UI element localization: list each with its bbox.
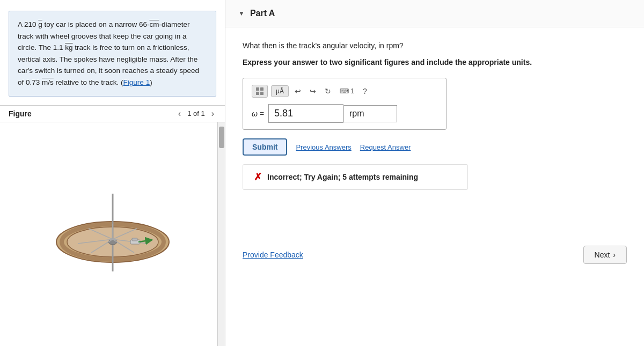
- next-chevron-icon: ›: [613, 251, 616, 259]
- symbols-label: μÅ: [276, 87, 284, 95]
- keyboard-button[interactable]: ⌨ 1: [337, 86, 357, 96]
- figure-area: [0, 122, 225, 346]
- scrollbar-thumb: [219, 127, 224, 148]
- instruction-text: Express your answer to two significant f…: [243, 57, 627, 68]
- previous-answers-button[interactable]: Previous Answers: [296, 143, 351, 151]
- svg-rect-15: [256, 87, 259, 91]
- toolbar: μÅ ↩ ↪ ↻ ⌨ 1 ?: [252, 85, 437, 98]
- right-panel: ▼ Part A What then is the track's angula…: [225, 0, 644, 346]
- redo-button[interactable]: ↪: [307, 86, 319, 97]
- part-title: Part A: [250, 9, 275, 18]
- action-row: Submit Previous Answers Request Answer: [243, 138, 627, 156]
- svg-rect-16: [260, 87, 264, 91]
- omega-label: ω =: [252, 109, 264, 118]
- svg-rect-17: [256, 92, 259, 95]
- figure-next-button[interactable]: ›: [209, 109, 216, 119]
- part-header: ▼ Part A: [225, 0, 644, 27]
- problem-text-content: A 210 g toy car is placed on a narrow 66…: [18, 20, 199, 86]
- unit-input[interactable]: [343, 105, 397, 122]
- next-label: Next: [595, 251, 610, 259]
- symbols-button[interactable]: μÅ: [271, 85, 289, 97]
- figure-bar: Figure ‹ 1 of 1 ›: [0, 105, 225, 122]
- figure-label: Figure: [9, 109, 32, 118]
- error-box: ✗ Incorrect; Try Again; 5 attempts remai…: [243, 164, 468, 190]
- figure-link[interactable]: Figure 1: [123, 78, 150, 86]
- wheel-illustration: [48, 186, 177, 282]
- next-button[interactable]: Next ›: [583, 246, 627, 264]
- problem-statement: A 210 g toy car is placed on a narrow 66…: [9, 11, 216, 97]
- answer-box: μÅ ↩ ↪ ↻ ⌨ 1 ? ω =: [243, 78, 447, 130]
- request-answer-button[interactable]: Request Answer: [360, 143, 411, 151]
- figure-count: 1 of 1: [187, 109, 205, 117]
- matrix-button[interactable]: [252, 85, 268, 98]
- input-row: ω =: [252, 104, 437, 123]
- refresh-button[interactable]: ↻: [322, 86, 334, 97]
- figure-prev-button[interactable]: ‹: [176, 109, 183, 119]
- figure-nav: ‹ 1 of 1 ›: [176, 109, 216, 119]
- error-icon: ✗: [254, 171, 262, 183]
- help-button[interactable]: ?: [360, 86, 370, 97]
- collapse-icon[interactable]: ▼: [238, 10, 245, 17]
- matrix-icon: [255, 87, 264, 95]
- value-input[interactable]: [268, 104, 343, 123]
- provide-feedback-button[interactable]: Provide Feedback: [243, 251, 303, 259]
- error-message: Incorrect; Try Again; 5 attempts remaini…: [267, 173, 418, 181]
- svg-rect-18: [260, 92, 264, 95]
- undo-button[interactable]: ↩: [292, 86, 304, 97]
- svg-rect-13: [132, 238, 137, 241]
- left-panel: A 210 g toy car is placed on a narrow 66…: [0, 0, 225, 346]
- part-content: What then is the track's angular velocit…: [225, 27, 644, 216]
- submit-button[interactable]: Submit: [243, 138, 287, 156]
- footer-row: Provide Feedback Next ›: [225, 237, 644, 273]
- question-text: What then is the track's angular velocit…: [243, 40, 627, 51]
- svg-point-4: [108, 239, 117, 245]
- figure-scrollbar[interactable]: [217, 122, 225, 346]
